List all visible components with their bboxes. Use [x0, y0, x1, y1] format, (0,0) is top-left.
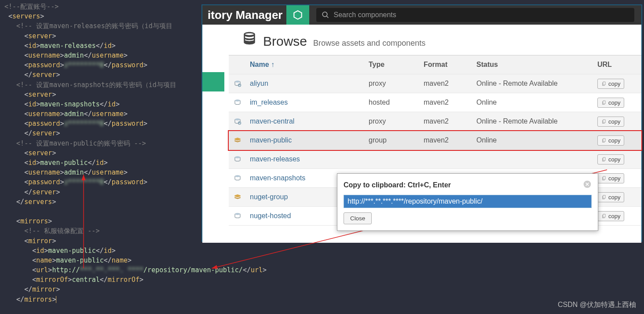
repo-name[interactable]: aliyun: [246, 80, 365, 88]
copy-button[interactable]: copy: [597, 79, 624, 89]
svg-point-2: [235, 99, 240, 102]
svg-point-4: [238, 121, 242, 125]
repo-type-icon: [229, 193, 246, 201]
repo-name[interactable]: maven-releases: [246, 155, 365, 163]
repo-type-icon: [229, 99, 246, 106]
repo-format: maven2: [420, 80, 473, 88]
repo-type: proxy: [365, 117, 420, 125]
repo-name[interactable]: maven-public: [246, 136, 365, 144]
repo-status: Online: [473, 99, 594, 106]
search-input[interactable]: Search components: [316, 8, 635, 22]
sort-asc-icon[interactable]: ↑: [271, 61, 274, 68]
copy-button[interactable]: copy: [597, 192, 624, 202]
table-row[interactable]: maven-centralproxymaven2Online - Remote …: [229, 112, 641, 131]
table-row[interactable]: im_releaseshostedmaven2Onlinecopy: [229, 93, 641, 112]
repo-format: maven2: [420, 136, 473, 144]
close-button[interactable]: Close: [344, 212, 372, 224]
search-placeholder: Search components: [334, 11, 396, 19]
repo-name[interactable]: im_releases: [246, 99, 365, 106]
svg-point-1: [238, 84, 242, 87]
table-row[interactable]: maven-releasescopy: [229, 150, 641, 169]
repo-status: Online - Remote Available: [473, 80, 594, 88]
database-icon: [242, 31, 257, 47]
repo-type-icon: [229, 155, 246, 163]
copy-button[interactable]: copy: [597, 135, 624, 146]
table-row[interactable]: maven-publicgroupmaven2Onlinecopy: [229, 131, 641, 150]
repo-name[interactable]: maven-central: [246, 117, 365, 125]
svg-point-6: [235, 175, 240, 177]
xml-comment: <!--配置账号-->: [4, 3, 59, 11]
repo-status: Online: [473, 136, 594, 144]
table-header: Name ↑ Type Format Status URL: [229, 55, 641, 74]
close-icon[interactable]: [583, 180, 592, 190]
clipboard-url-input[interactable]: [344, 195, 592, 208]
svg-point-7: [235, 213, 240, 215]
copy-clipboard-dialog: Copy to clipboard: Ctrl+C, Enter Close: [337, 173, 598, 231]
repo-type-icon: [229, 174, 246, 182]
dialog-title: Copy to clipboard: Ctrl+C, Enter: [344, 181, 451, 189]
svg-point-3: [235, 118, 240, 120]
page-title: Browse: [263, 34, 307, 49]
repo-status: Online - Remote Available: [473, 117, 594, 125]
logo-icon: [286, 5, 309, 25]
svg-point-5: [235, 156, 240, 158]
svg-point-0: [235, 80, 240, 83]
app-title: itory Manager: [208, 8, 283, 22]
repo-format: maven2: [420, 99, 473, 106]
repo-format: maven2: [420, 117, 473, 125]
repo-type-icon: [229, 212, 246, 220]
repo-type: group: [365, 136, 420, 144]
repo-type: hosted: [365, 99, 420, 106]
watermark: CSDN @伏加特遇上西柚: [558, 300, 636, 310]
repo-type: proxy: [365, 80, 420, 88]
copy-button[interactable]: copy: [597, 117, 624, 127]
copy-button[interactable]: copy: [597, 154, 624, 164]
copy-button[interactable]: copy: [597, 98, 624, 108]
repo-type-icon: [229, 136, 246, 144]
page-subtitle: Browse assets and components: [313, 39, 425, 48]
search-icon: [322, 11, 329, 19]
repo-type-icon: [229, 117, 246, 125]
nav-active-marker: [202, 72, 224, 91]
copy-button[interactable]: copy: [597, 173, 624, 183]
copy-button[interactable]: copy: [597, 211, 624, 221]
table-row[interactable]: aliyunproxymaven2Online - Remote Availab…: [229, 74, 641, 93]
repo-type-icon: [229, 80, 246, 88]
